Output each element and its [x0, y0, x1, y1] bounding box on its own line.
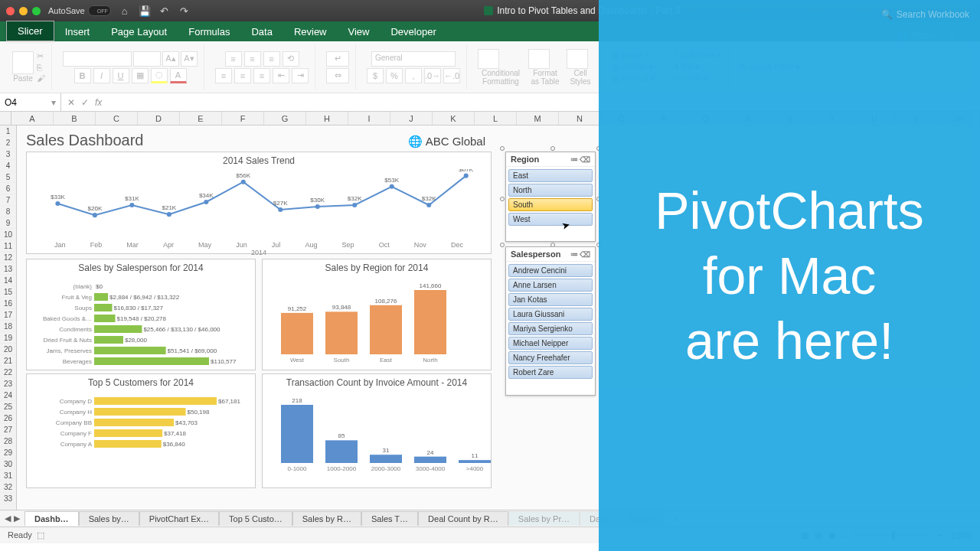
undo-icon[interactable]: ↶	[158, 5, 171, 17]
tab-view[interactable]: View	[338, 22, 381, 41]
cell-styles-icon[interactable]	[567, 49, 588, 69]
col-header[interactable]: F	[222, 112, 264, 125]
row-header[interactable]: 5	[0, 171, 16, 183]
row-header[interactable]: 4	[0, 160, 16, 171]
row-header[interactable]: 8	[0, 206, 16, 217]
col-header[interactable]: I	[348, 112, 390, 125]
col-header[interactable]: E	[180, 112, 222, 125]
fill-color-button[interactable]: ◌	[151, 68, 168, 83]
col-header[interactable]: L	[475, 112, 517, 125]
row-header[interactable]: 2	[0, 137, 16, 148]
cond-format-icon[interactable]	[478, 49, 499, 69]
orientation-icon[interactable]: ⟲	[283, 51, 299, 67]
slicer-item[interactable]: Michael Neipper	[508, 337, 593, 350]
multi-select-icon[interactable]: ≔	[570, 155, 578, 164]
tab-nav-prev-icon[interactable]: ◀	[5, 514, 11, 523]
align-center-icon[interactable]: ≡	[234, 68, 251, 83]
percent-icon[interactable]: %	[386, 68, 403, 83]
tab-developer[interactable]: Developer	[380, 22, 446, 41]
cut-icon[interactable]: ✂	[37, 51, 45, 61]
multi-select-icon[interactable]: ≔	[570, 250, 578, 259]
col-header[interactable]: N	[559, 112, 601, 125]
search-workbook[interactable]: 🔍 Search Workbook	[881, 9, 969, 20]
row-header[interactable]: 23	[0, 378, 16, 390]
chart-transaction-count[interactable]: Transaction Count by Invoice Amount - 20…	[262, 373, 492, 488]
comma-icon[interactable]: ,	[405, 68, 422, 83]
slicer-item[interactable]: Anne Larsen	[508, 279, 593, 292]
row-header[interactable]: 29	[0, 447, 16, 458]
wrap-text-button[interactable]: ↵	[326, 51, 349, 67]
number-format-select[interactable]: General	[371, 51, 456, 67]
align-right-icon[interactable]: ≡	[253, 68, 270, 83]
minimize-icon[interactable]	[19, 7, 28, 15]
row-header[interactable]: 22	[0, 367, 16, 378]
col-header[interactable]: A	[11, 112, 54, 125]
row-header[interactable]: 24	[0, 390, 16, 401]
tab-review[interactable]: Review	[283, 22, 338, 41]
border-button[interactable]: ▦	[132, 68, 149, 83]
underline-button[interactable]: U	[113, 68, 129, 83]
sheet-tab[interactable]: Sales T…	[361, 511, 418, 526]
col-header[interactable]: B	[54, 112, 96, 125]
copy-icon[interactable]: ⎘	[37, 63, 45, 72]
dec-decimal-icon[interactable]: ←.0	[443, 68, 460, 83]
row-header[interactable]: 26	[0, 412, 16, 424]
clear-filter-icon[interactable]: ⌫	[580, 250, 590, 259]
name-box[interactable]: O4▾	[0, 93, 61, 111]
row-header[interactable]: 16	[0, 298, 16, 309]
font-size-select[interactable]	[133, 51, 161, 67]
autosave-toggle[interactable]: AutoSave OFF	[48, 5, 111, 16]
paste-icon[interactable]	[12, 51, 34, 74]
row-header[interactable]: 9	[0, 217, 16, 229]
sheet-tab[interactable]: Top 5 Custo…	[219, 511, 292, 526]
font-family-select[interactable]	[63, 51, 132, 67]
format-painter-icon[interactable]: 🖌	[37, 73, 45, 83]
slicer-item[interactable]: Laura Giussani	[508, 308, 593, 321]
row-header[interactable]: 32	[0, 481, 16, 493]
row-header[interactable]: 28	[0, 435, 16, 447]
col-header[interactable]: C	[96, 112, 138, 125]
currency-icon[interactable]: $	[367, 68, 384, 83]
row-header[interactable]: 12	[0, 252, 16, 263]
slicer-item[interactable]: Jan Kotas	[508, 293, 593, 306]
align-left-icon[interactable]: ≡	[215, 68, 232, 83]
row-header[interactable]: 7	[0, 194, 16, 206]
cancel-formula-icon[interactable]: ✕	[67, 97, 75, 108]
slicer-item[interactable]: West	[508, 213, 593, 226]
row-header[interactable]: 30	[0, 458, 16, 470]
save-icon[interactable]: 💾	[139, 5, 151, 17]
sheet-tab[interactable]: Deal Count by R…	[418, 511, 508, 526]
row-header[interactable]: 13	[0, 263, 16, 275]
decrease-font-icon[interactable]: A▾	[181, 51, 198, 67]
align-top-icon[interactable]: ≡	[225, 51, 242, 67]
tab-formulas[interactable]: Formulas	[178, 22, 240, 41]
confirm-formula-icon[interactable]: ✓	[81, 97, 89, 108]
row-header[interactable]: 31	[0, 470, 16, 481]
sheet-tab[interactable]: Dashb…	[24, 511, 79, 526]
inc-decimal-icon[interactable]: .0→	[424, 68, 441, 83]
col-header[interactable]: D	[138, 112, 180, 125]
col-header[interactable]: H	[306, 112, 348, 125]
slicer-item[interactable]: Mariya Sergienko	[508, 322, 593, 335]
row-header[interactable]: 6	[0, 183, 16, 194]
tab-nav-next-icon[interactable]: ▶	[14, 514, 20, 523]
col-header[interactable]: M	[517, 112, 559, 125]
align-bot-icon[interactable]: ≡	[263, 51, 280, 67]
slicer-item[interactable]: South	[508, 198, 593, 211]
row-header[interactable]: 18	[0, 321, 16, 332]
col-header[interactable]: J	[390, 112, 433, 125]
slicer-item[interactable]: North	[508, 184, 593, 197]
col-header[interactable]: G	[264, 112, 306, 125]
tab-slicer[interactable]: Slicer	[6, 21, 54, 41]
sheet-tab[interactable]: Sales by Pr…	[508, 511, 580, 526]
slicer-item[interactable]: Andrew Cencini	[508, 264, 593, 277]
format-table-icon[interactable]	[528, 49, 550, 69]
chart-sales-by-salesperson[interactable]: Sales by Salesperson for 2014 (blank)$0F…	[26, 259, 256, 370]
clear-filter-icon[interactable]: ⌫	[580, 155, 590, 164]
indent-inc-icon[interactable]: ⇥	[292, 68, 309, 83]
col-header[interactable]: K	[433, 112, 475, 125]
slicer-salesperson[interactable]: Salesperson ≔⌫ Andrew CenciniAnne Larsen…	[505, 246, 596, 396]
indent-dec-icon[interactable]: ⇤	[273, 68, 289, 83]
tab-data[interactable]: Data	[240, 22, 283, 41]
row-header[interactable]: 21	[0, 355, 16, 367]
